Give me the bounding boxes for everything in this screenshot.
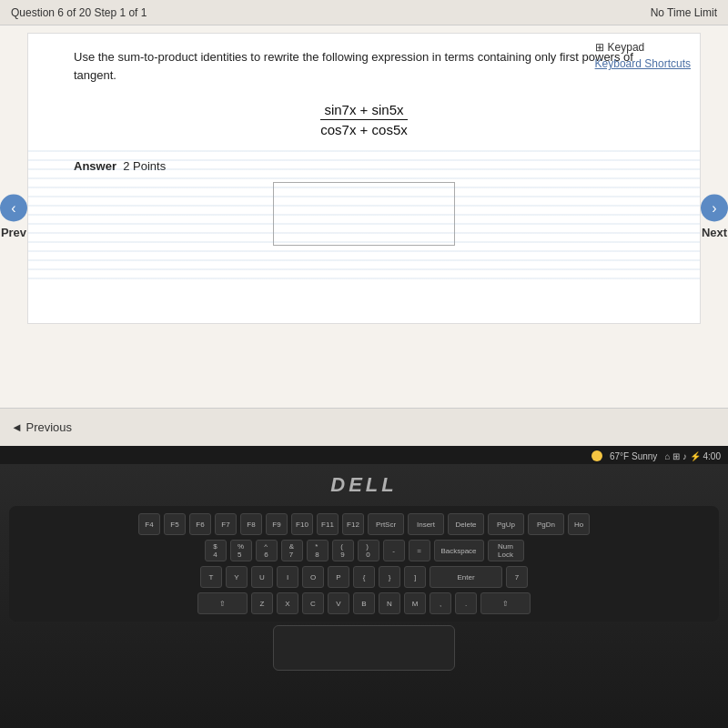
top-bar: Question 6 of 20 Step 1 of 1 No Time Lim… [0, 0, 728, 25]
key-pgdn[interactable]: PgDn [528, 513, 564, 535]
key-t[interactable]: T [200, 566, 222, 588]
system-tray: ⌂ ⊞ ♪ ⚡ 4:00 [664, 451, 721, 461]
key-0[interactable]: )0 [358, 540, 379, 561]
key-x[interactable]: X [277, 592, 298, 614]
keypad-icon: ⊞ [595, 41, 604, 54]
bottom-row: ⇧ Z X C V B N M , . ⇧ [20, 592, 708, 614]
key-p[interactable]: P [328, 566, 349, 588]
key-numlock[interactable]: NumLock [488, 540, 524, 561]
previous-link[interactable]: Previous [11, 420, 72, 434]
weather-icon [592, 450, 602, 461]
next-label: Next [702, 226, 727, 239]
key-minus[interactable]: - [383, 540, 405, 561]
laptop-body: DELL F4 F5 F6 F7 F8 F9 F10 F11 F12 PrtSc… [0, 464, 728, 728]
key-v[interactable]: V [328, 592, 349, 614]
key-b[interactable]: B [353, 592, 375, 614]
question-card: ⊞ Keypad Keyboard Shortcuts Use the sum-… [27, 33, 701, 324]
key-f10[interactable]: F10 [291, 513, 313, 535]
key-shift-l[interactable]: ⇧ [197, 592, 248, 614]
key-c[interactable]: C [302, 592, 324, 614]
key-m[interactable]: M [404, 592, 426, 614]
key-insert[interactable]: Insert [408, 513, 444, 535]
fraction: sin7x + sin5x cos7x + cos5x [320, 102, 407, 137]
key-f7[interactable]: F7 [215, 513, 237, 535]
key-y[interactable]: Y [226, 566, 248, 588]
key-comma[interactable]: , [430, 592, 451, 614]
key-f12[interactable]: F12 [342, 513, 364, 535]
fn-row: F4 F5 F6 F7 F8 F9 F10 F11 F12 PrtScr Ins… [20, 513, 708, 535]
key-f11[interactable]: F11 [317, 513, 339, 535]
key-z[interactable]: Z [251, 592, 273, 614]
key-lbrace[interactable]: { [353, 566, 375, 588]
key-shift-r[interactable]: ⇧ [480, 592, 531, 614]
key-9[interactable]: (9 [332, 540, 354, 561]
question-info: Question 6 of 20 Step 1 of 1 [11, 6, 147, 19]
status-bar: 67°F Sunny ⌂ ⊞ ♪ ⚡ 4:00 [0, 446, 728, 466]
key-pgup[interactable]: PgUp [488, 513, 524, 535]
key-rbrace[interactable]: } [379, 566, 400, 588]
screen: Question 6 of 20 Step 1 of 1 No Time Lim… [0, 0, 728, 446]
denominator: cos7x + cos5x [320, 122, 407, 137]
key-u[interactable]: U [251, 566, 273, 588]
key-backspace[interactable]: Backspace [434, 540, 484, 561]
keypad-button[interactable]: ⊞ Keypad [595, 41, 691, 54]
prev-label: Prev [1, 226, 26, 239]
key-f5[interactable]: F5 [164, 513, 186, 535]
wavy-bg [28, 150, 700, 287]
key-n[interactable]: N [379, 592, 400, 614]
keypad-label: Keypad [608, 41, 645, 54]
right-buttons: ⊞ Keypad Keyboard Shortcuts [595, 41, 691, 70]
key-rbracket[interactable]: ] [404, 566, 426, 588]
key-home[interactable]: Ho [568, 513, 590, 535]
key-4[interactable]: $4 [205, 540, 227, 561]
key-f6[interactable]: F6 [189, 513, 211, 535]
key-prtscr[interactable]: PrtScr [368, 513, 404, 535]
next-button[interactable]: › [701, 195, 728, 222]
key-i[interactable]: I [277, 566, 298, 588]
key-delete[interactable]: Delete [448, 513, 484, 535]
numerator: sin7x + sin5x [320, 102, 407, 120]
answer-section: Answer 2 Points [74, 159, 654, 246]
dell-logo: DELL [330, 473, 397, 497]
math-expression: sin7x + sin5x cos7x + cos5x [74, 102, 654, 137]
nav-right[interactable]: › Next [701, 195, 728, 239]
key-8[interactable]: *8 [307, 540, 329, 561]
qwerty-row: T Y U I O P { } ] Enter 7 [20, 566, 708, 588]
touchpad[interactable] [273, 625, 455, 671]
key-5[interactable]: %5 [230, 540, 252, 561]
key-period[interactable]: . [455, 592, 477, 614]
key-7[interactable]: &7 [281, 540, 303, 561]
weather-label: 67°F Sunny [610, 451, 657, 461]
key-numpad7[interactable]: 7 [506, 566, 528, 588]
nav-left[interactable]: ‹ Prev [0, 195, 27, 239]
time-limit: No Time Limit [651, 6, 717, 19]
keyboard: F4 F5 F6 F7 F8 F9 F10 F11 F12 PrtScr Ins… [9, 506, 719, 622]
key-o[interactable]: O [302, 566, 324, 588]
key-f8[interactable]: F8 [240, 513, 262, 535]
key-f9[interactable]: F9 [266, 513, 288, 535]
keyboard-shortcuts-link[interactable]: Keyboard Shortcuts [595, 57, 691, 70]
prev-button[interactable]: ‹ [0, 195, 27, 222]
bottom-nav: Previous [0, 408, 728, 446]
num-row: $4 %5 ^6 &7 *8 (9 )0 - = Backspace NumLo… [20, 540, 708, 561]
key-f4[interactable]: F4 [138, 513, 160, 535]
key-equals[interactable]: = [409, 540, 430, 561]
question-instructions: Use the sum-to-product identities to rew… [74, 48, 654, 84]
key-enter[interactable]: Enter [430, 566, 502, 588]
key-6[interactable]: ^6 [256, 540, 278, 561]
